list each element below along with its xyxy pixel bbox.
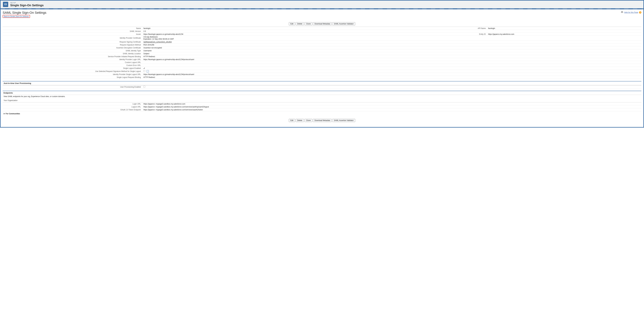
single-logout-enabled-value: ✓ [143,67,386,69]
entity-id-value: https://japancv.my.salesforce.com [488,33,641,35]
endpoints-desc: View SAML endpoints for your org, Experi… [3,95,641,98]
use-sel-req-sig-value: i [143,70,386,72]
user-prov-enabled-label: User Provisioning Enabled [3,86,143,88]
idp-login-url-label: Identity Provider Login URL [3,58,143,60]
for-communities-label: For Communities [6,113,20,115]
svg-rect-2 [6,4,6,4]
svg-rect-0 [4,3,7,5]
idp-slo-url-label: Identity Provider Single Logout URL [3,73,143,75]
name-label: Name [3,27,143,29]
req-sign-cert-label: Request Signing Certificate [3,41,143,43]
saml-identity-type-value: Username [143,50,386,52]
svg-point-1 [5,4,5,4]
download-metadata-button[interactable]: Download Metadata [313,22,332,25]
your-organization-header: Your Organization [3,99,641,102]
custom-logout-url-label: Custom Logout URL [3,61,143,63]
caret-right-icon [4,113,5,115]
req-sig-method-label: Request Signature Method [3,44,143,46]
use-sel-req-sig-label: Use Selected Request Signature Method fo… [3,70,143,72]
action-button-row-top: Edit Delete Clone Download Metadata SAML… [3,22,641,25]
back-to-sso-link[interactable]: Back to Single Sign-On Settings [3,15,30,18]
setup-title: Single Sign-On Settings [10,4,44,7]
assertion-decrypt-value: Assertion not encrypted [143,47,386,49]
saml-version-label: SAML Version [3,30,143,32]
saml-version-value: 2.0 [143,30,386,32]
saml-identity-loc-label: SAML Identity Location [3,53,143,55]
logout-url-label: Logout URL [3,106,143,108]
sso-settings-icon [3,2,8,7]
edit-button-bottom[interactable]: Edit [289,119,295,122]
page-heading: SAML Single Sign-On Settings [3,11,46,15]
saml-detail-table: Name facelogin API Name facelogin SAML V… [3,27,641,79]
unchecked-checkbox-icon [144,70,145,72]
help-for-page-link[interactable]: Help for this Page [624,11,638,13]
oauth-endpoint-label: OAuth 2.0 Token Endpoint [3,109,143,111]
saml-identity-type-label: SAML Identity Type [3,50,143,52]
clone-button-bottom[interactable]: Clone [304,119,312,122]
sp-binding-value: HTTP Redirect [143,56,386,58]
logout-url-value: https://japancv--mypage3.sandbox.my.sale… [143,106,641,108]
user-prov-enabled-value [143,86,386,88]
issuer-value: https://facelogin.japancv.co.jp/realms/i… [143,33,386,35]
info-icon[interactable]: i [146,70,149,72]
idp-cert-exp: Expiration: 12 Sep 2032 08:45:22 GMT [144,38,386,40]
jit-section-header: Just-in-time User Provisioning [3,81,641,85]
help-icon[interactable]: ? [639,11,641,13]
api-name-value: facelogin [488,27,641,29]
slo-binding-label: Single Logout Request Binding [3,76,143,78]
endpoints-section-header: Endpoints [3,91,641,95]
login-url-label: Login URL [3,103,143,105]
setup-supertitle: SETUP [10,2,44,4]
idp-cert-label: Identity Provider Certificate [3,37,143,39]
saml-assertion-validator-button[interactable]: SAML Assertion Validator [332,22,355,25]
download-metadata-button-bottom[interactable]: Download Metadata [313,119,332,122]
delete-button[interactable]: Delete [296,22,304,25]
oauth-endpoint-value: https://japancv--mypage3.sandbox.my.sale… [143,109,641,111]
printer-icon[interactable] [621,11,623,14]
delete-button-bottom[interactable]: Delete [296,119,304,122]
edit-button[interactable]: Edit [289,22,295,25]
saml-assertion-validator-button-bottom[interactable]: SAML Assertion Validator [332,119,355,122]
req-sig-method-value: RSA-SHA256 [143,44,386,46]
clone-button[interactable]: Clone [304,22,312,25]
setup-header: SETUP Single Sign-On Settings [0,0,644,8]
api-name-label: API Name [386,27,488,29]
idp-cert-value: CN=idp-9b40cb2e Expiration: 12 Sep 2032 … [143,36,386,40]
action-button-row-bottom: Edit Delete Clone Download Metadata SAML… [3,119,641,122]
req-sign-cert-link[interactable]: SelfSignedCert_12Apr2023_191453 [144,41,172,43]
issuer-label: Issuer [3,33,143,35]
idp-slo-url-value: https://facelogin.japancv.co.jp/realms/i… [143,73,386,75]
unchecked-checkbox-icon [144,86,145,88]
check-icon: ✓ [144,67,145,69]
saml-identity-loc-value: Subject [143,53,386,55]
slo-binding-value: HTTP Redirect [143,76,386,78]
for-communities-toggle[interactable]: For Communities [3,111,641,115]
sp-binding-label: Service Provider Initiated Request Bindi… [3,56,143,58]
custom-error-url-label: Custom Error URL [3,64,143,66]
idp-cert-cn: CN=idp-9b40cb2e [144,36,386,38]
decor-strip [0,8,644,9]
assertion-decrypt-label: Assertion Decryption Certificate [3,47,143,49]
entity-id-label: Entity ID [386,33,488,35]
idp-login-url-value: https://facelogin.japancv.co.jp/realms/i… [143,58,386,60]
single-logout-enabled-label: Single Logout Enabled [3,67,143,69]
name-value: facelogin [143,27,386,29]
login-url-value: https://japancv--mypage3.sandbox.my.sale… [143,103,641,105]
